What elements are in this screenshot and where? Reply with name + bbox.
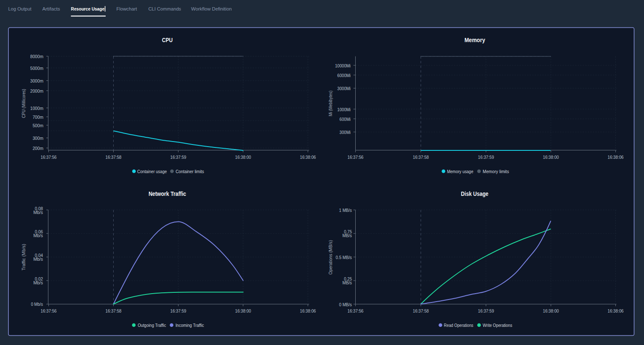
svg-text:MB/s: MB/s	[343, 233, 352, 238]
svg-text:1000Mi: 1000Mi	[337, 107, 351, 112]
svg-text:3000m: 3000m	[30, 78, 43, 83]
svg-text:8000m: 8000m	[30, 54, 43, 59]
svg-text:Mb/s: Mb/s	[33, 210, 43, 215]
svg-text:5000m: 5000m	[30, 66, 43, 71]
svg-text:CPU (Millicores): CPU (Millicores)	[21, 89, 26, 118]
svg-text:Memory usage: Memory usage	[447, 169, 474, 174]
svg-text:16:38:00: 16:38:00	[543, 155, 559, 160]
svg-text:Flowchart: Flowchart	[117, 6, 138, 11]
svg-text:16:38:06: 16:38:06	[608, 308, 624, 313]
svg-text:Mb/s: Mb/s	[33, 233, 43, 238]
svg-text:16:37:58: 16:37:58	[106, 308, 122, 313]
svg-text:Network Traffic: Network Traffic	[149, 190, 186, 197]
svg-text:16:38:00: 16:38:00	[543, 308, 559, 313]
svg-text:Incoming Traffic: Incoming Traffic	[176, 323, 204, 328]
svg-text:16:38:06: 16:38:06	[300, 308, 316, 313]
svg-text:Disk Usage: Disk Usage	[461, 190, 488, 197]
svg-text:16:38:06: 16:38:06	[608, 155, 624, 160]
svg-text:Log Output: Log Output	[8, 6, 32, 11]
svg-text:Mb/s: Mb/s	[33, 257, 43, 262]
svg-text:300Mi: 300Mi	[340, 130, 351, 135]
svg-text:10000Mi: 10000Mi	[335, 63, 351, 68]
svg-text:Memory limits: Memory limits	[483, 169, 509, 174]
svg-text:700m: 700m	[32, 115, 43, 120]
svg-text:Write Operations: Write Operations	[483, 323, 513, 328]
svg-text:6000Mi: 6000Mi	[337, 73, 351, 78]
svg-text:Container limits: Container limits	[176, 169, 204, 174]
svg-text:Artifacts: Artifacts	[42, 6, 60, 11]
svg-text:Read Operations: Read Operations	[444, 323, 474, 328]
svg-text:16:37:56: 16:37:56	[348, 155, 364, 160]
svg-text:16:37:56: 16:37:56	[41, 155, 57, 160]
svg-text:MB/s: MB/s	[343, 280, 352, 285]
svg-text:Container usage: Container usage	[137, 169, 167, 174]
svg-text:200m: 200m	[32, 146, 43, 151]
svg-text:CPU: CPU	[162, 37, 173, 43]
svg-text:1 MB/s: 1 MB/s	[339, 208, 352, 213]
svg-text:Outgoing Traffic: Outgoing Traffic	[138, 323, 166, 328]
svg-text:16:37:56: 16:37:56	[348, 308, 364, 313]
svg-text:CLI Commands: CLI Commands	[149, 6, 181, 11]
svg-text:16:38:06: 16:38:06	[300, 155, 316, 160]
svg-text:16:37:59: 16:37:59	[478, 155, 494, 160]
svg-text:16:37:58: 16:37:58	[413, 155, 429, 160]
svg-text:1000m: 1000m	[30, 106, 43, 111]
svg-text:2000m: 2000m	[30, 88, 43, 94]
svg-text:16:38:00: 16:38:00	[235, 308, 251, 313]
svg-text:0.5 MB/s: 0.5 MB/s	[336, 255, 352, 260]
svg-text:0 MB/s: 0 MB/s	[339, 302, 352, 307]
svg-text:Resource Usage: Resource Usage	[71, 6, 105, 11]
svg-text:0 Mb/s: 0 Mb/s	[31, 302, 43, 307]
svg-text:Mi (Mebibytes): Mi (Mebibytes)	[328, 91, 333, 116]
svg-text:16:37:56: 16:37:56	[41, 308, 57, 313]
svg-text:16:38:00: 16:38:00	[235, 155, 251, 160]
svg-text:500m: 500m	[32, 123, 43, 128]
svg-text:Traffic (Mb/s): Traffic (Mb/s)	[21, 244, 26, 270]
svg-text:Workflow Definition: Workflow Definition	[191, 6, 232, 11]
svg-text:16:37:59: 16:37:59	[170, 308, 186, 313]
svg-text:16:37:59: 16:37:59	[170, 155, 186, 160]
svg-text:16:37:58: 16:37:58	[106, 155, 122, 160]
svg-text:16:37:58: 16:37:58	[413, 308, 429, 313]
svg-text:600Mi: 600Mi	[340, 117, 351, 122]
svg-text:Mb/s: Mb/s	[33, 280, 43, 285]
svg-text:Memory: Memory	[464, 37, 485, 43]
svg-text:16:37:59: 16:37:59	[478, 308, 494, 313]
svg-text:300m: 300m	[32, 136, 43, 141]
svg-text:Operations (MB/s): Operations (MB/s)	[328, 240, 333, 275]
svg-text:3000Mi: 3000Mi	[337, 86, 351, 91]
